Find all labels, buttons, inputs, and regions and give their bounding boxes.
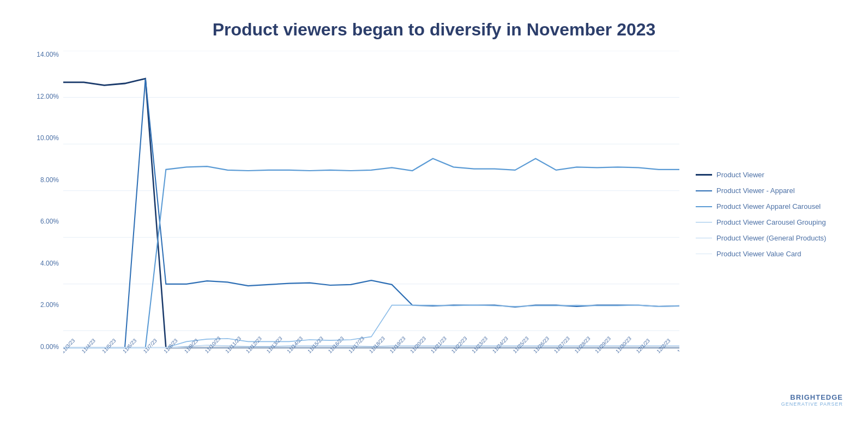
svg-text:11/25/23: 11/25/23 — [512, 335, 530, 354]
legend-line-value-card — [696, 254, 712, 255]
svg-text:11/29/23: 11/29/23 — [594, 335, 612, 354]
y-label-10: 10.00% — [37, 134, 59, 142]
chart-svg: 11/3/23 11/4/23 11/5/23 11/6/23 11/7/23 … — [63, 51, 679, 378]
legend-label-value-card: Product Viewer Value Card — [716, 250, 801, 258]
line-product-viewer — [63, 79, 679, 347]
svg-text:11/12/23: 11/12/23 — [245, 335, 263, 354]
svg-text:11/30/23: 11/30/23 — [614, 335, 632, 354]
svg-text:11/24/23: 11/24/23 — [491, 335, 509, 354]
svg-text:11/18/23: 11/18/23 — [368, 335, 386, 354]
branding-sub: GENERATIVE PARSER — [781, 401, 843, 407]
legend-line-apparel — [696, 190, 712, 191]
svg-text:11/13/23: 11/13/23 — [266, 335, 284, 354]
svg-text:11/23/23: 11/23/23 — [471, 335, 489, 354]
svg-text:11/6/23: 11/6/23 — [122, 337, 137, 354]
svg-text:11/26/23: 11/26/23 — [532, 335, 550, 354]
svg-text:11/27/23: 11/27/23 — [553, 335, 571, 354]
legend-line-carousel-grouping — [696, 222, 712, 223]
chart-container: Product viewers began to diversify in No… — [14, 9, 854, 412]
svg-text:11/14/23: 11/14/23 — [286, 335, 304, 354]
y-axis: 14.00% 12.00% 10.00% 8.00% 6.00% 4.00% 2… — [25, 51, 63, 378]
svg-text:11/3/23: 11/3/23 — [63, 337, 76, 354]
legend-line-product-viewer — [696, 174, 712, 176]
svg-text:11/15/23: 11/15/23 — [306, 335, 324, 354]
svg-text:11/11/23: 11/11/23 — [224, 335, 242, 354]
legend-label-carousel-grouping: Product Viewer Carousel Grouping — [716, 218, 826, 226]
svg-text:11/4/23: 11/4/23 — [81, 337, 97, 354]
y-label-14: 14.00% — [37, 51, 59, 58]
legend-item-apparel: Product Viewer - Apparel — [696, 187, 843, 195]
legend-item-general-products: Product Viewer (General Products) — [696, 234, 843, 242]
y-label-4: 4.00% — [40, 260, 59, 267]
svg-text:11/10/23: 11/10/23 — [204, 335, 222, 354]
legend-item-apparel-carousel: Product Viewer Apparel Carousel — [696, 202, 843, 211]
y-label-2: 2.00% — [40, 301, 59, 309]
svg-text:11/22/23: 11/22/23 — [450, 335, 468, 354]
svg-text:11/19/23: 11/19/23 — [389, 335, 407, 354]
legend-item-value-card: Product Viewer Value Card — [696, 250, 843, 258]
svg-text:11/17/23: 11/17/23 — [347, 335, 365, 354]
legend-label-apparel: Product Viewer - Apparel — [716, 187, 795, 195]
legend-item-carousel-grouping: Product Viewer Carousel Grouping — [696, 218, 843, 226]
y-label-12: 12.00% — [37, 93, 59, 100]
legend-line-apparel-carousel — [696, 206, 712, 207]
svg-text:11/21/23: 11/21/23 — [430, 335, 448, 354]
svg-text:11/7/23: 11/7/23 — [142, 337, 158, 354]
legend-item-product-viewer: Product Viewer — [696, 171, 843, 179]
svg-text:11/16/23: 11/16/23 — [327, 335, 345, 354]
chart-title: Product viewers began to diversify in No… — [25, 20, 843, 40]
chart-legend: Product Viewer Product Viewer - Apparel … — [679, 51, 843, 378]
chart-area: 14.00% 12.00% 10.00% 8.00% 6.00% 4.00% 2… — [25, 51, 843, 378]
legend-label-product-viewer: Product Viewer — [716, 171, 764, 179]
svg-text:11/20/23: 11/20/23 — [409, 335, 427, 354]
branding: BRIGHTEDGE GENERATIVE PARSER — [781, 393, 843, 407]
y-label-8: 8.00% — [40, 176, 59, 184]
y-label-0: 0.00% — [40, 343, 59, 351]
legend-label-apparel-carousel: Product Viewer Apparel Carousel — [716, 202, 821, 211]
chart-plot: 11/3/23 11/4/23 11/5/23 11/6/23 11/7/23 … — [63, 51, 679, 378]
svg-text:11/28/23: 11/28/23 — [574, 335, 592, 354]
legend-line-general-products — [696, 238, 712, 239]
legend-label-general-products: Product Viewer (General Products) — [716, 234, 826, 242]
y-label-6: 6.00% — [40, 218, 59, 225]
svg-text:11/5/23: 11/5/23 — [101, 337, 117, 354]
branding-main: BRIGHTEDGE — [781, 393, 843, 401]
